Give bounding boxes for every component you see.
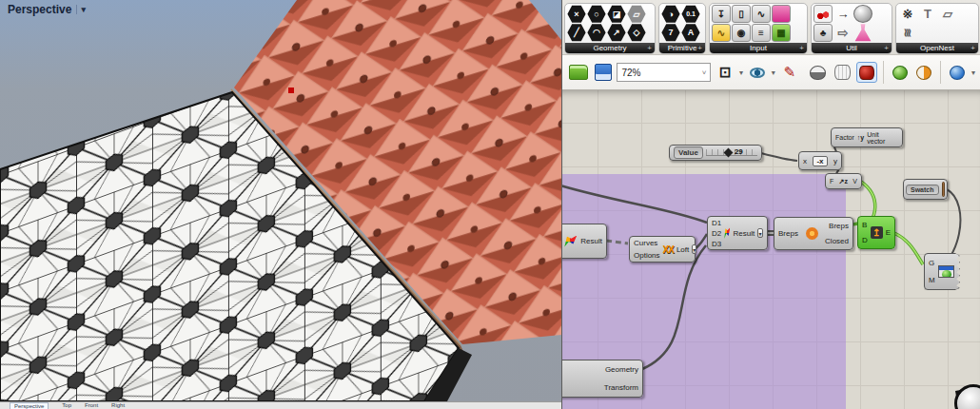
tab-expand-icon[interactable]: + (647, 44, 652, 52)
swatch-colour-chip[interactable] (942, 182, 945, 197)
multiline-panel-icon[interactable]: ≡ (752, 24, 771, 42)
quality-caret-icon[interactable]: ▾ (971, 68, 975, 77)
port-in-f[interactable]: F (830, 178, 833, 185)
canvas-compass-widget[interactable] (954, 384, 980, 409)
port-in-b[interactable]: B (862, 221, 868, 229)
sphere-ball-icon[interactable] (853, 5, 872, 23)
slider-track[interactable]: 29 (706, 149, 757, 156)
tab-perspective[interactable]: Perspective (10, 402, 49, 409)
port-out-v[interactable]: V (853, 178, 857, 185)
cherry-picker-icon[interactable] (813, 5, 833, 23)
surface-icon[interactable]: ◪ (607, 5, 626, 23)
panel-icon[interactable]: ▯ (732, 5, 751, 23)
move-result-node-left[interactable]: Result (562, 224, 607, 259)
number-icon[interactable]: 0.1 (681, 5, 700, 23)
port-out-y[interactable]: y (833, 157, 837, 166)
port-in-m[interactable]: M (929, 276, 935, 284)
box-icon[interactable]: ◇ (627, 24, 646, 42)
unit-z-vector-node[interactable]: F ↗z V (825, 173, 862, 189)
preview-eye-button[interactable] (747, 62, 768, 83)
colour-swatch-node[interactable]: Swatch (903, 179, 948, 200)
no-preview-button[interactable] (808, 62, 829, 83)
tab-top[interactable]: Top (62, 402, 71, 409)
expand-menu-button[interactable]: ▾ (757, 228, 763, 238)
ellipse-icon[interactable]: ○ (587, 5, 606, 23)
text-icon[interactable]: A (681, 24, 700, 42)
port-in-g[interactable]: G (929, 259, 935, 267)
port-out-result[interactable]: Result (733, 229, 755, 238)
port-in-factor[interactable]: Factor (835, 134, 854, 141)
knob-icon[interactable]: ◉ (732, 24, 751, 42)
sketch-pen-button[interactable]: ✎ (779, 62, 800, 83)
nest-icon[interactable]: ※ (898, 5, 917, 23)
port-in-d2[interactable]: D2 (712, 229, 721, 238)
port-out-e[interactable]: E (886, 228, 891, 237)
boolean-icon[interactable]: × (567, 5, 586, 23)
line-icon[interactable]: ╱ (567, 24, 586, 42)
port-out-result[interactable]: Result (580, 237, 602, 245)
scribble-icon[interactable]: ∿ (752, 5, 771, 23)
tab-input[interactable]: Input + (710, 43, 807, 53)
tab-util[interactable]: Util + (812, 43, 892, 53)
plane-icon[interactable]: ▱ (627, 5, 646, 23)
port-out-unit-vector[interactable]: Unit vector (867, 131, 898, 145)
port-out-transform[interactable]: Transform (604, 383, 638, 392)
tab-right[interactable]: Right (111, 402, 125, 409)
slider-icon[interactable]: ↧ (712, 5, 731, 23)
arc-icon[interactable]: ◠ (587, 24, 606, 42)
port-in-options[interactable]: Options (634, 251, 660, 260)
move-node[interactable]: D1 D2 D3 Result ▾ (707, 216, 768, 250)
point-icon[interactable]: ◑ (661, 5, 680, 23)
gradient-icon[interactable] (772, 5, 791, 23)
tree-icon[interactable]: ♣ (813, 24, 833, 42)
port-in-d[interactable]: D (862, 236, 868, 244)
zoom-level-combo[interactable]: 72% ˅ (617, 63, 711, 82)
port-out-closed[interactable]: Closed (825, 237, 849, 245)
tag-icon[interactable]: ▱ (938, 5, 957, 23)
tab-geometry[interactable]: Geometry + (565, 43, 655, 53)
wireframe-preview-button[interactable] (832, 62, 853, 83)
flask-icon[interactable] (853, 24, 872, 42)
colour-picker-icon[interactable]: ▦ (772, 24, 791, 42)
shaded-preview-button[interactable] (856, 62, 877, 83)
orient-node-clipped[interactable]: Geometry Transform (562, 360, 643, 398)
port-out-loft[interactable]: Loft (676, 245, 689, 254)
number-slider-node[interactable]: Value 29 (669, 145, 762, 161)
zoom-extents-button[interactable]: ⊡ (715, 62, 735, 83)
rhino-perspective-viewport[interactable]: Perspective ▾ Perspective Top Front Righ… (0, 0, 561, 409)
radio-wifi-icon[interactable]: ≋ (899, 23, 917, 42)
port-in-d3[interactable]: D3 (712, 240, 721, 248)
tab-expand-icon[interactable]: + (884, 44, 889, 52)
relay-arrow-icon[interactable]: → (833, 5, 853, 23)
zoom-extents-caret-icon[interactable]: ▾ (739, 68, 743, 77)
port-in-x[interactable]: x (803, 157, 807, 166)
negative-node[interactable]: x -x y (798, 151, 842, 170)
expand-menu-button[interactable]: ▾ (692, 244, 696, 254)
port-out-breps[interactable]: Breps (825, 222, 849, 230)
save-file-button[interactable] (593, 62, 614, 83)
loft-node[interactable]: Curves Options XX Loft ▾ (629, 236, 696, 263)
tab-expand-icon[interactable]: + (970, 44, 975, 52)
port-out-geometry[interactable]: Geometry (604, 365, 638, 374)
preview-half-quality-button[interactable] (914, 62, 935, 83)
slider-handle[interactable] (723, 148, 733, 158)
open-file-button[interactable] (568, 62, 589, 83)
port-in-d1[interactable]: D1 (712, 219, 721, 227)
preview-mesh-quality-button[interactable] (890, 62, 911, 83)
port-in-curves[interactable]: Curves (634, 239, 660, 247)
combo-caret-icon[interactable]: ˅ (702, 68, 707, 77)
hollow-arrow-icon[interactable]: ⇨ (833, 24, 853, 42)
viewport-title[interactable]: Perspective ▾ (8, 3, 86, 16)
gh-canvas[interactable]: Value 29 x -x y Factor ↑y Unit vector F (562, 90, 980, 409)
graph-icon[interactable]: ∿ (712, 24, 731, 42)
integer-icon[interactable]: 7 (661, 24, 680, 42)
tab-primitive[interactable]: Primitive + (659, 43, 705, 53)
unit-y-vector-node[interactable]: Factor ↑y Unit vector (831, 127, 903, 147)
vector-icon[interactable]: ↗ (607, 24, 626, 42)
tab-expand-icon[interactable]: + (799, 44, 804, 52)
tab-front[interactable]: Front (85, 402, 98, 409)
viewport-menu-arrow-icon[interactable]: ▾ (76, 5, 86, 14)
preview-high-quality-button[interactable] (947, 62, 968, 83)
label-t-icon[interactable]: T (918, 5, 937, 23)
preview-caret-icon[interactable]: ▾ (772, 68, 775, 77)
